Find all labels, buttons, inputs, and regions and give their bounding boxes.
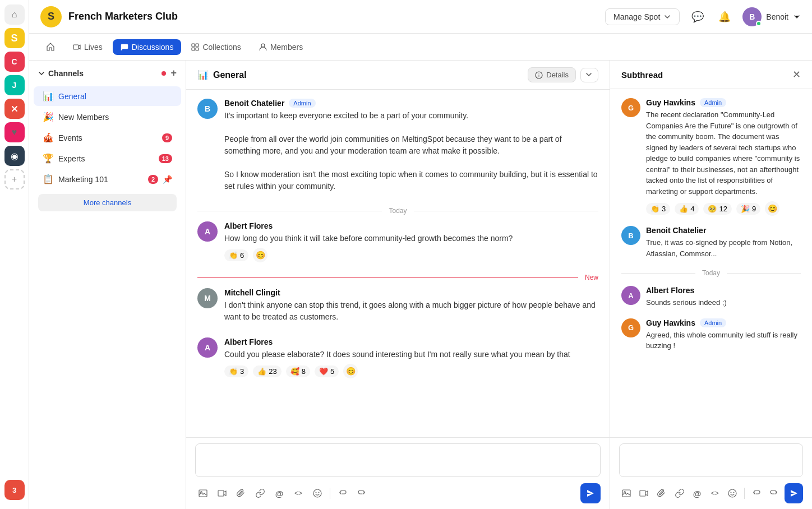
details-button[interactable]: i Details xyxy=(528,67,576,82)
subthread-text-guy-2: Agreed, this whole community led stuff i… xyxy=(646,330,801,351)
more-channels-button[interactable]: More channels xyxy=(38,194,177,211)
toolbar-undo[interactable] xyxy=(335,485,350,501)
channel-icon-new-members: 🎉 xyxy=(43,112,54,122)
reaction-st-clap[interactable]: 👏 3 xyxy=(646,203,670,215)
reaction-heart[interactable]: ❤️ 5 xyxy=(315,365,339,377)
toolbar-image[interactable] xyxy=(195,485,211,501)
toolbar-redo[interactable] xyxy=(354,485,370,501)
sidebar-item-j[interactable]: J xyxy=(4,75,25,95)
st-toolbar-separator xyxy=(744,488,745,499)
reaction-add-2[interactable]: 😊 xyxy=(343,364,358,378)
nav-tabs: Lives Discussions Collections Members xyxy=(29,34,812,61)
toolbar-link[interactable] xyxy=(252,485,268,501)
top-header: S French Marketers Club Manage Spot 💬 🔔 … xyxy=(29,0,812,34)
message-content-albert-1: Albert Flores How long do you think it w… xyxy=(224,221,598,262)
tab-lives[interactable]: Lives xyxy=(65,39,110,55)
toolbar-code[interactable]: <> xyxy=(290,485,306,501)
sidebar-item-home[interactable]: ⌂ xyxy=(4,4,25,25)
subthread-close-button[interactable]: ✕ xyxy=(792,68,801,81)
st-toolbar-undo[interactable] xyxy=(749,485,764,501)
st-toolbar-link[interactable] xyxy=(672,485,687,501)
subthread-header: Subthread ✕ xyxy=(610,61,812,89)
reaction-st-thumbs[interactable]: 👍 4 xyxy=(675,203,699,215)
reaction-heart-eyes[interactable]: 🥰 8 xyxy=(286,365,310,377)
message-author-benoit: Benoit Chatelier xyxy=(224,99,284,108)
sidebar-item-add[interactable]: + xyxy=(4,169,25,189)
send-button[interactable] xyxy=(580,483,601,503)
message-text-albert-2: Could you please elaborate? It does soun… xyxy=(224,349,598,360)
toolbar-mention[interactable]: @ xyxy=(271,485,287,501)
tab-collections[interactable]: Collections xyxy=(183,39,248,55)
svg-point-17 xyxy=(728,489,736,497)
content-area: Channels + 📊 General 🎉 New Members 🎪 xyxy=(29,61,812,509)
st-send-button[interactable] xyxy=(785,483,803,503)
subthread-avatar-albert: A xyxy=(621,286,640,305)
message-header-albert-2: Albert Flores xyxy=(224,337,598,346)
message-content-mitchell: Mitchell Clingit I don't think anyone ca… xyxy=(224,288,598,326)
message-albert-2: A Albert Flores Could you please elabora… xyxy=(197,337,598,378)
channel-name-general: General xyxy=(58,92,172,101)
sidebar-item-c[interactable]: C xyxy=(4,52,25,72)
tab-members[interactable]: Members xyxy=(251,39,311,55)
tab-home[interactable] xyxy=(38,39,63,55)
svg-rect-14 xyxy=(622,490,630,497)
user-menu[interactable]: B Benoit xyxy=(742,7,801,26)
reaction-add[interactable]: 😊 xyxy=(253,248,267,262)
chat-title: 📊 General xyxy=(197,70,522,80)
toolbar-emoji[interactable] xyxy=(310,485,325,501)
reaction-clap-2[interactable]: 👏 3 xyxy=(224,365,248,377)
reaction-thumbs[interactable]: 👍 23 xyxy=(253,365,281,377)
toolbar-video[interactable] xyxy=(214,485,230,501)
svg-rect-10 xyxy=(218,491,224,496)
tab-discussions[interactable]: Discussions xyxy=(113,39,182,55)
channel-badge-marketing-101: 2 xyxy=(148,175,158,184)
bell-icon[interactable]: 🔔 xyxy=(716,8,733,26)
sidebar-item-x[interactable] xyxy=(4,99,25,119)
chat-options-button[interactable] xyxy=(580,68,598,82)
subthread-author-guy-2: Guy Hawkins xyxy=(646,318,695,327)
subthread-composer: @ <> xyxy=(610,437,812,509)
svg-rect-4 xyxy=(196,48,199,50)
sidebar-item-dark[interactable]: ◉ xyxy=(4,146,25,166)
subthread-msg-header-benoit: Benoit Chatelier xyxy=(646,226,801,235)
chat-input[interactable] xyxy=(195,443,601,477)
st-toolbar-video[interactable] xyxy=(637,485,652,501)
channel-name-new-members: New Members xyxy=(58,113,172,122)
channel-icon-experts: 🏆 xyxy=(43,153,54,164)
add-channel-button[interactable]: + xyxy=(170,67,177,79)
reactions-albert-2: 👏 3 👍 23 🥰 8 ❤️ 5 😊 xyxy=(224,364,598,378)
channel-badge-experts: 13 xyxy=(159,154,172,163)
subthread-admin-badge-guy: Admin xyxy=(700,98,726,107)
subthread-author-benoit: Benoit Chatelier xyxy=(646,226,706,235)
message-text-benoit: It's important to keep everyone excited … xyxy=(224,110,598,192)
st-toolbar-code[interactable]: <> xyxy=(708,485,722,501)
reaction-clap[interactable]: 👏 6 xyxy=(224,249,248,261)
st-toolbar-mention[interactable]: @ xyxy=(690,485,704,501)
channel-item-general[interactable]: 📊 General xyxy=(34,86,181,106)
avatar-mitchell: M xyxy=(197,288,218,308)
subthread-author-albert: Albert Flores xyxy=(646,286,694,295)
message-author-mitchell: Mitchell Clingit xyxy=(224,288,280,297)
reaction-st-pleading[interactable]: 🥺 12 xyxy=(703,203,731,215)
st-toolbar-image[interactable] xyxy=(619,485,634,501)
chat-icon[interactable]: 💬 xyxy=(689,8,707,26)
message-text-albert-1: How long do you think it will take befor… xyxy=(224,233,598,244)
st-toolbar-redo[interactable] xyxy=(767,485,782,501)
channels-toggle[interactable]: Channels xyxy=(38,69,84,78)
manage-spot-button[interactable]: Manage Spot xyxy=(605,8,680,25)
channel-item-events[interactable]: 🎪 Events 9 xyxy=(34,128,181,147)
subthread-reactions-guy-1: 👏 3 👍 4 🥺 12 🎉 9 😊 xyxy=(646,201,801,216)
toolbar-attach[interactable] xyxy=(233,485,249,501)
sidebar-item-heart[interactable]: ♥ xyxy=(4,122,25,142)
st-toolbar-attach[interactable] xyxy=(654,485,669,501)
channel-item-new-members[interactable]: 🎉 New Members xyxy=(34,107,181,127)
reaction-st-add[interactable]: 😊 xyxy=(765,201,779,216)
subthread-input[interactable] xyxy=(619,443,803,477)
sidebar: Channels + 📊 General 🎉 New Members 🎪 xyxy=(29,61,186,509)
channel-item-experts[interactable]: 🏆 Experts 13 xyxy=(34,149,181,168)
reaction-st-party[interactable]: 🎉 9 xyxy=(736,203,760,215)
subthread-text-guy-1: The recent declaration "Community-Led Co… xyxy=(646,109,801,197)
subthread-msg-header-guy-2: Guy Hawkins Admin xyxy=(646,318,801,327)
channel-item-marketing-101[interactable]: 📋 Marketing 101 2 📌 xyxy=(34,169,181,189)
st-toolbar-emoji[interactable] xyxy=(725,485,740,501)
